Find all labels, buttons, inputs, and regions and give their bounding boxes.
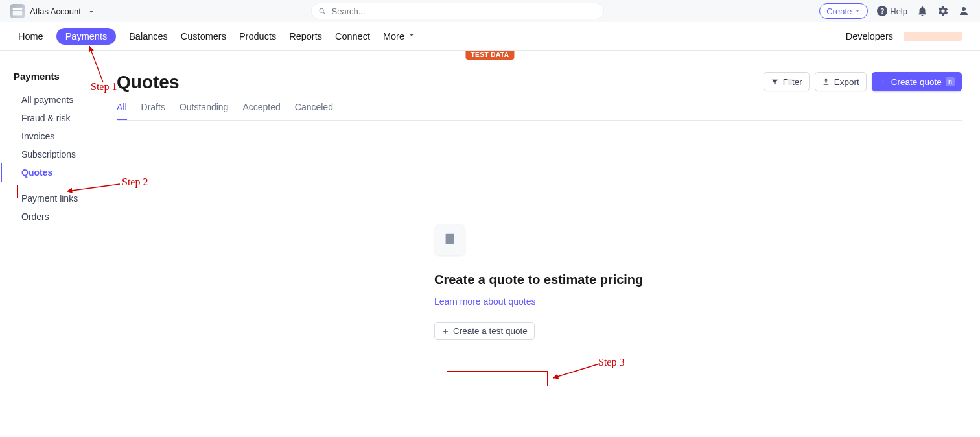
- nav-item-connect[interactable]: Connect: [335, 31, 370, 41]
- learn-more-link[interactable]: Learn more about quotes: [434, 296, 535, 307]
- tab-accepted[interactable]: Accepted: [242, 102, 280, 120]
- export-label: Export: [834, 77, 859, 87]
- org-logo: [10, 4, 25, 18]
- nav-item-balances[interactable]: Balances: [129, 31, 168, 41]
- tabs: AllDraftsOutstandingAcceptedCanceled: [117, 102, 962, 121]
- plus-icon: [441, 327, 449, 335]
- sidebar-item-payment-links[interactable]: Payment links: [1, 189, 117, 207]
- sidebar-item-invoices[interactable]: Invoices: [1, 127, 117, 145]
- test-mode-toggle[interactable]: [904, 32, 962, 41]
- chevron-down-icon: [88, 7, 95, 15]
- nav-item-customers[interactable]: Customers: [181, 31, 226, 41]
- nav-item-home[interactable]: Home: [18, 31, 43, 41]
- sidebar-item-fraud-risk[interactable]: Fraud & risk: [1, 109, 117, 127]
- svg-rect-0: [13, 8, 23, 10]
- create-button-label: Create: [826, 6, 852, 16]
- filter-icon: [771, 78, 779, 86]
- annotation-label-step3: Step 3: [598, 357, 624, 368]
- notifications-icon[interactable]: [916, 5, 928, 17]
- search-input-wrap[interactable]: [312, 3, 603, 19]
- tab-canceled[interactable]: Canceled: [295, 102, 333, 120]
- topbar: Atlas Account Create ? Help: [0, 0, 980, 22]
- page-title: Quotes: [117, 72, 179, 93]
- export-button[interactable]: Export: [815, 72, 867, 91]
- nav-item-payments[interactable]: Payments: [56, 28, 116, 45]
- empty-state-icon: [434, 224, 465, 255]
- sidebar-item-all-payments[interactable]: All payments: [1, 91, 117, 109]
- svg-rect-1: [13, 11, 23, 15]
- content: Quotes Filter Export Create quote n AllD…: [117, 51, 980, 340]
- sidebar-item-orders[interactable]: Orders: [1, 207, 117, 226]
- create-test-quote-button[interactable]: Create a test quote: [434, 322, 535, 340]
- create-quote-kbd: n: [946, 77, 955, 86]
- filter-label: Filter: [783, 77, 802, 87]
- help-icon: ?: [877, 6, 887, 16]
- annotation-arrow-step3: [548, 360, 606, 383]
- chevron-down-icon: [407, 30, 416, 41]
- search-icon: [318, 7, 327, 16]
- tab-outstanding[interactable]: Outstanding: [180, 102, 229, 120]
- sidebar-item-subscriptions[interactable]: Subscriptions: [1, 145, 117, 163]
- annotation-box-step3: [447, 371, 548, 386]
- help-link[interactable]: ? Help: [877, 6, 907, 16]
- receipt-icon: [443, 233, 457, 247]
- main-nav: HomePaymentsBalancesCustomersProductsRep…: [0, 22, 980, 51]
- tab-all[interactable]: All: [117, 102, 127, 120]
- empty-state-title: Create a quote to estimate pricing: [434, 272, 732, 287]
- nav-developers[interactable]: Developers: [846, 31, 893, 41]
- nav-item-more[interactable]: More: [383, 30, 416, 41]
- help-label: Help: [890, 6, 907, 16]
- create-quote-label: Create quote: [891, 77, 942, 87]
- create-quote-button[interactable]: Create quote n: [872, 72, 962, 91]
- svg-line-4: [553, 364, 600, 378]
- tab-drafts[interactable]: Drafts: [141, 102, 165, 120]
- account-switcher[interactable]: Atlas Account: [30, 6, 81, 16]
- search-input[interactable]: [331, 6, 597, 17]
- sidebar-title: Payments: [14, 71, 117, 82]
- create-button[interactable]: Create: [819, 3, 868, 19]
- profile-icon[interactable]: [958, 5, 970, 17]
- sidebar-item-quotes[interactable]: Quotes: [1, 163, 117, 182]
- empty-state: Create a quote to estimate pricing Learn…: [434, 224, 732, 340]
- create-test-quote-label: Create a test quote: [453, 326, 528, 336]
- export-icon: [822, 78, 830, 86]
- nav-item-reports[interactable]: Reports: [289, 31, 322, 41]
- chevron-down-icon: [854, 8, 861, 14]
- plus-icon: [879, 78, 887, 86]
- filter-button[interactable]: Filter: [764, 72, 810, 91]
- sidebar: Payments All paymentsFraud & riskInvoice…: [0, 51, 117, 340]
- nav-item-products[interactable]: Products: [239, 31, 276, 41]
- settings-icon[interactable]: [937, 5, 949, 17]
